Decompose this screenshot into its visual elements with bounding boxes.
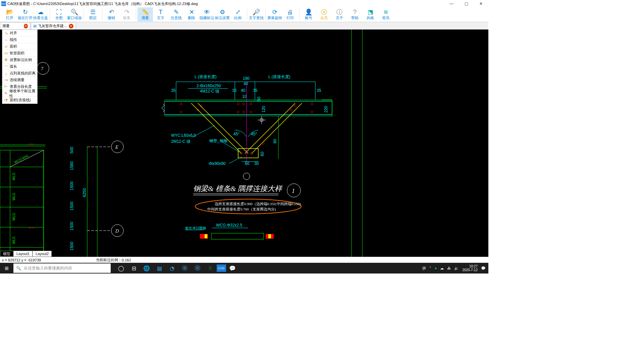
svg-text:L (搭接长度): L (搭接长度) <box>195 74 217 79</box>
window-maximize-button[interactable]: ▢ <box>459 0 474 7</box>
axis-D-label: D <box>115 229 119 234</box>
window-close-button[interactable]: ✕ <box>474 0 488 7</box>
command-input-tab[interactable]: ✕ <box>0 22 30 29</box>
printer-icon: 🖨 <box>287 9 293 15</box>
svg-line-15 <box>10 150 44 167</box>
wechat-tray-icon[interactable]: ● <box>435 266 437 270</box>
vip-icon: ⓥ <box>321 9 327 15</box>
text-find-button[interactable]: 🔎文字查找 <box>249 7 264 22</box>
svg-text:中间跨支座搭接长度0.700（支座两边均分): 中间跨支座搭接长度0.700（支座两边均分) <box>207 207 276 212</box>
file-tab[interactable]: ▤ 飞灰暂存仓库建… ✕ <box>31 22 76 29</box>
measure-linear[interactable]: ↔线性 <box>2 37 37 43</box>
drawing-canvas[interactable]: 7 WYC WCG WXL WLG WLG WLG WLG WYC 500 15… <box>0 29 488 257</box>
pointline-icon: ⟂ <box>4 71 8 75</box>
app-icon: CU <box>1 1 6 6</box>
cloud-tray-icon[interactable]: ☁ <box>440 266 444 270</box>
layer-button[interactable]: ☰图层 <box>85 7 101 22</box>
layout-tab-model[interactable]: 模型 <box>0 251 13 257</box>
pencil-icon: ✎ <box>174 9 179 15</box>
notification-icon[interactable]: 💬 <box>481 266 486 270</box>
svg-rect-57 <box>164 101 332 115</box>
areaarc-icon: ◔ <box>4 98 8 102</box>
style-button[interactable]: ⬔风格 <box>363 7 378 22</box>
vip-button[interactable]: ⓥ会员 <box>316 7 332 22</box>
layout-tab-2[interactable]: Layout2 <box>33 251 52 257</box>
text-button[interactable]: T文字 <box>153 7 168 22</box>
svg-text:WLG: WLG <box>12 213 16 221</box>
cloud-disk-button[interactable]: ☁快看云盘 <box>33 7 48 22</box>
taskview-button[interactable]: ◯ <box>115 263 127 274</box>
svg-line-78 <box>252 103 302 154</box>
measure-align[interactable]: ↘对齐 <box>2 30 37 37</box>
zoom-extents-button[interactable]: ⛶全图 <box>51 7 67 22</box>
svg-point-73 <box>290 109 292 111</box>
svg-text:35: 35 <box>253 88 258 93</box>
scale-value: 0.162 <box>122 258 131 262</box>
layout-tab-1[interactable]: Layout1 <box>13 251 33 257</box>
hide-icon: 👁 <box>204 9 210 15</box>
measure-continuous[interactable]: ↝连续测量 <box>2 77 37 83</box>
taskbar-clock[interactable]: 10:27 2020-7-12 <box>462 264 478 272</box>
freeline-button[interactable]: ✎任意线 <box>168 7 184 22</box>
svg-text:WLG: WLG <box>12 236 16 244</box>
svg-text:WYC: WYC <box>29 143 35 146</box>
account-button[interactable]: 👤账号 <box>301 7 316 22</box>
about-button[interactable]: ⓘ关于 <box>332 7 347 22</box>
filemanager-icon[interactable]: ▤ <box>153 263 166 274</box>
measure-set-scale[interactable]: ⚙设置标注比例 <box>2 57 37 63</box>
history-icon: ↻ <box>23 9 28 15</box>
delete-button[interactable]: ✕删除 <box>184 7 199 22</box>
arc-icon: ◠ <box>4 64 8 69</box>
measure-point-line[interactable]: ⟂点到直线的距离 <box>2 70 37 77</box>
hide-annotation-button[interactable]: 👁隐藏标注 <box>199 7 215 22</box>
taskbar-search[interactable]: 🔍 在这里输入你要搜索的内容 <box>13 263 111 273</box>
command-input[interactable] <box>2 24 22 28</box>
start-button[interactable]: ⊞ <box>0 263 13 274</box>
svg-point-65 <box>237 111 239 113</box>
redo-button[interactable]: ↷恢复 <box>119 7 135 22</box>
recent-button[interactable]: ↻最近打开 <box>17 7 33 22</box>
svg-line-98 <box>221 141 239 152</box>
close-tab-icon[interactable]: ✕ <box>69 24 73 28</box>
screen-rotate-button[interactable]: ⟳屏幕旋转 <box>267 7 282 22</box>
cortana-button[interactable]: ⊟ <box>127 263 140 274</box>
measure-edit-annot[interactable]: ✎修改单个标注属性 <box>2 90 37 97</box>
edge-icon[interactable]: ⓔ <box>191 263 204 274</box>
cad-app-icon[interactable]: CAD <box>217 264 226 272</box>
svg-text:1500: 1500 <box>69 242 74 251</box>
svg-point-104 <box>243 173 250 180</box>
volume-icon[interactable]: 🔉 <box>454 266 459 270</box>
tray-chevron-icon[interactable]: ˄ <box>429 266 431 270</box>
scale-button[interactable]: ⤢比例 <box>230 7 246 22</box>
measure-rect-area[interactable]: ▭矩形面积 <box>2 50 37 57</box>
svg-text:60: 60 <box>260 152 265 156</box>
close-input-icon[interactable]: ✕ <box>24 24 28 28</box>
network-icon[interactable]: 🖧 <box>447 266 451 270</box>
window-minimize-button[interactable]: — <box>444 0 459 7</box>
svg-line-79 <box>245 103 295 154</box>
open-button[interactable]: 📂打开 <box>2 7 17 22</box>
svg-text:10: 10 <box>242 94 247 99</box>
svg-text:30: 30 <box>254 161 259 166</box>
zoom-window-button[interactable]: 🔍窗口缩放 <box>67 7 82 22</box>
wechat-icon[interactable]: 💬 <box>226 263 239 274</box>
print-button[interactable]: 🖨打印 <box>282 7 298 22</box>
news-button[interactable]: ≋资讯 <box>378 7 393 22</box>
svg-rect-116 <box>211 233 264 239</box>
excel-icon[interactable]: X <box>204 263 217 274</box>
ie-icon[interactable]: ⓔ <box>178 263 191 274</box>
measure-arc[interactable]: ◠弧长 <box>2 63 37 70</box>
chrome-icon[interactable]: 🌐 <box>140 263 153 274</box>
svg-point-109 <box>195 199 301 214</box>
help-button[interactable]: ?帮助 <box>347 7 363 22</box>
ime-icon[interactable]: 拼 <box>422 266 426 271</box>
undo-button[interactable]: ↶撤销 <box>104 7 119 22</box>
svg-text:WLG: WLG <box>12 173 16 180</box>
edge-legacy-icon[interactable]: ◔ <box>166 263 178 274</box>
svg-text:50: 50 <box>257 97 261 101</box>
svg-text:6250: 6250 <box>82 188 87 197</box>
svg-text:1580: 1580 <box>69 161 74 170</box>
measure-button[interactable]: 📏测量 <box>138 7 153 22</box>
annotation-settings-button[interactable]: ⚙标注设置 <box>215 7 230 22</box>
measure-area[interactable]: ▱面积 <box>2 43 37 50</box>
